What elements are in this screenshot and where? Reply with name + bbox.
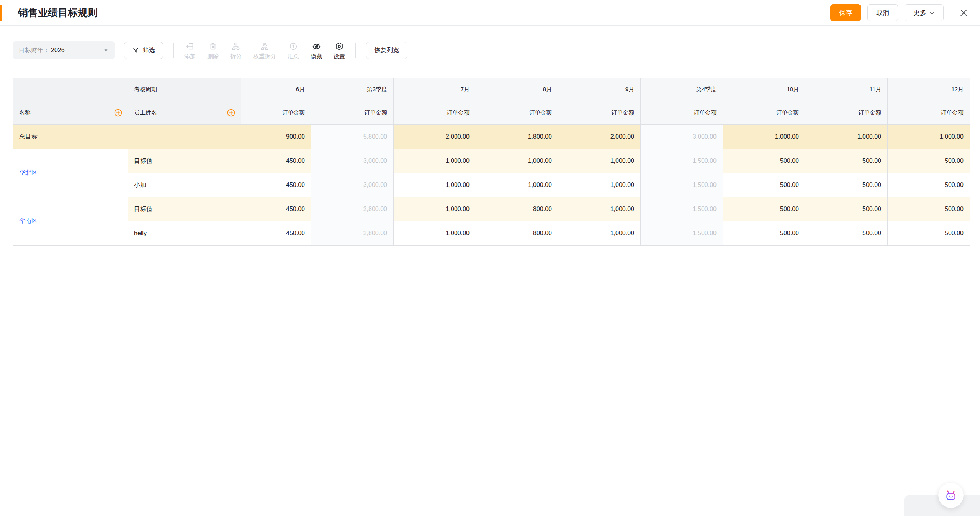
employee-header-label: 员工姓名	[134, 109, 157, 116]
weight-split-icon	[260, 42, 270, 51]
target-value-cell[interactable]: 1,000.00	[558, 149, 641, 173]
tool-settings-label: 设置	[334, 53, 345, 59]
column-header-period-3: 8月	[476, 78, 558, 101]
close-button[interactable]	[957, 6, 970, 19]
target-value-cell[interactable]: 500.00	[723, 197, 805, 221]
plus-circle-icon	[114, 108, 123, 117]
target-value-cell[interactable]: 500.00	[888, 221, 970, 246]
tool-delete-button: 删除	[207, 42, 219, 59]
targets-table-wrap: 考核周期6月第3季度7月8月9月第4季度10月11月12月名称员工姓名订单金额订…	[13, 78, 970, 246]
employee-name-cell: helly	[128, 221, 241, 246]
toolbar-divider	[173, 43, 174, 58]
robot-assistant-icon	[944, 488, 958, 502]
add-employee-row-button[interactable]	[226, 108, 236, 118]
target-value-cell[interactable]: 500.00	[723, 173, 805, 197]
employee-name-cell: 目标值	[128, 197, 241, 221]
fiscal-year-select[interactable]: 目标财年： 2026	[13, 41, 115, 59]
fiscal-year-value: 2026	[51, 47, 65, 54]
target-value-cell[interactable]: 1,000.00	[558, 173, 641, 197]
target-value-cell[interactable]: 500.00	[888, 173, 970, 197]
column-header-period-7: 11月	[805, 78, 888, 101]
target-value-cell[interactable]: 1,000.00	[394, 221, 476, 246]
computed-value-cell: 2,800.00	[311, 221, 394, 246]
column-header-period-8: 12月	[888, 78, 970, 101]
target-value-cell[interactable]: 1,800.00	[476, 125, 558, 149]
tool-delete-label: 删除	[207, 53, 219, 59]
period-header-cell: 考核周期	[128, 78, 241, 101]
target-value-cell[interactable]: 450.00	[241, 173, 311, 197]
tool-summarize-label: 汇总	[288, 53, 299, 59]
target-value-cell[interactable]: 1,000.00	[888, 125, 970, 149]
target-value-cell[interactable]: 1,000.00	[558, 197, 641, 221]
tool-split-button: 拆分	[230, 42, 242, 59]
target-value-cell[interactable]: 500.00	[888, 149, 970, 173]
assistant-button[interactable]	[938, 483, 964, 508]
save-button[interactable]: 保存	[830, 4, 861, 21]
chevron-down-icon	[929, 10, 935, 16]
column-header-metric-8: 订单金额	[888, 101, 970, 125]
tool-add-button: 添加	[184, 42, 196, 59]
summarize-icon	[289, 42, 298, 51]
target-value-cell[interactable]: 900.00	[241, 125, 311, 149]
target-value-cell[interactable]: 450.00	[241, 149, 311, 173]
column-header-metric-4: 订单金额	[558, 101, 641, 125]
tool-settings-button[interactable]: 设置	[334, 42, 345, 59]
target-value-cell[interactable]: 1,000.00	[723, 125, 805, 149]
employee-name-cell: 目标值	[128, 149, 241, 173]
toolbar-tools: 添加删除拆分权重拆分汇总隐藏设置	[184, 42, 345, 59]
add-row-icon	[185, 42, 195, 51]
column-header-metric-5: 订单金额	[641, 101, 723, 125]
column-header-period-1: 第3季度	[311, 78, 394, 101]
filter-icon	[132, 47, 139, 54]
target-value-cell[interactable]: 1,000.00	[476, 173, 558, 197]
tool-summarize-button: 汇总	[288, 42, 299, 59]
region-link[interactable]: 华北区	[13, 149, 128, 197]
target-value-cell[interactable]: 1,000.00	[394, 149, 476, 173]
filter-button[interactable]: 筛选	[124, 42, 163, 59]
tool-hide-button[interactable]: 隐藏	[311, 42, 322, 59]
target-value-cell[interactable]: 1,000.00	[558, 221, 641, 246]
tool-weight-split-button: 权重拆分	[253, 42, 276, 59]
trash-icon	[208, 42, 218, 51]
computed-value-cell: 1,500.00	[641, 197, 723, 221]
employee-name-cell: 小加	[128, 173, 241, 197]
restore-column-width-button[interactable]: 恢复列宽	[366, 42, 407, 59]
target-value-cell[interactable]: 500.00	[723, 221, 805, 246]
table-row-1: 华北区目标值450.003,000.001,000.001,000.001,00…	[13, 149, 970, 173]
total-target-cell: 总目标	[13, 125, 241, 149]
region-link[interactable]: 华南区	[13, 197, 128, 246]
top-header: 销售业绩目标规则 保存 取消 更多	[0, 0, 980, 26]
name-header-label: 名称	[19, 109, 31, 116]
target-value-cell[interactable]: 1,000.00	[476, 149, 558, 173]
computed-value-cell: 3,000.00	[311, 173, 394, 197]
target-value-cell[interactable]: 450.00	[241, 197, 311, 221]
name-header-cell: 名称	[13, 101, 128, 125]
add-name-row-button[interactable]	[113, 108, 123, 118]
target-value-cell[interactable]: 500.00	[805, 197, 888, 221]
computed-value-cell: 5,800.00	[311, 125, 394, 149]
caret-down-icon	[103, 48, 109, 53]
computed-value-cell: 2,800.00	[311, 197, 394, 221]
column-header-metric-6: 订单金额	[723, 101, 805, 125]
column-header-metric-1: 订单金额	[311, 101, 394, 125]
target-value-cell[interactable]: 500.00	[805, 173, 888, 197]
column-header-period-4: 9月	[558, 78, 641, 101]
target-value-cell[interactable]: 1,000.00	[394, 173, 476, 197]
target-value-cell[interactable]: 500.00	[805, 221, 888, 246]
more-button[interactable]: 更多	[905, 4, 944, 21]
target-value-cell[interactable]: 800.00	[476, 197, 558, 221]
target-value-cell[interactable]: 2,000.00	[558, 125, 641, 149]
title-accent-bar	[0, 5, 2, 21]
cancel-button[interactable]: 取消	[867, 4, 898, 21]
target-value-cell[interactable]: 1,000.00	[394, 197, 476, 221]
computed-value-cell: 3,000.00	[311, 149, 394, 173]
target-value-cell[interactable]: 500.00	[888, 197, 970, 221]
target-value-cell[interactable]: 450.00	[241, 221, 311, 246]
target-value-cell[interactable]: 500.00	[805, 149, 888, 173]
toolbar-divider-2	[355, 43, 356, 58]
eye-off-icon	[312, 42, 321, 51]
target-value-cell[interactable]: 1,000.00	[805, 125, 888, 149]
target-value-cell[interactable]: 2,000.00	[394, 125, 476, 149]
target-value-cell[interactable]: 500.00	[723, 149, 805, 173]
target-value-cell[interactable]: 800.00	[476, 221, 558, 246]
